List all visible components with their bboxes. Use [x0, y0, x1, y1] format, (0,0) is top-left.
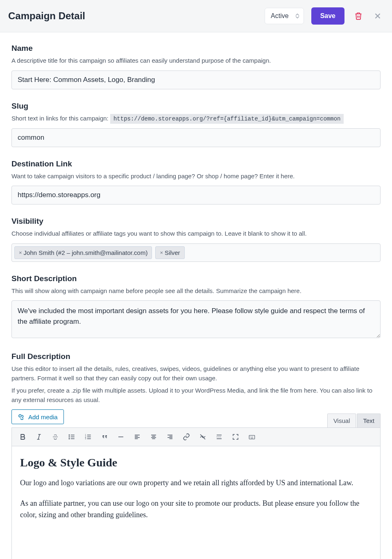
- visibility-tag: ×Silver: [155, 246, 184, 259]
- svg-point-1: [69, 435, 70, 436]
- quote-button[interactable]: [100, 432, 109, 442]
- full-desc-help2: If you prefer, create a .zip file with m…: [11, 386, 381, 404]
- svg-point-3: [69, 439, 70, 439]
- tab-text[interactable]: Text: [357, 414, 381, 427]
- close-button[interactable]: [372, 10, 384, 22]
- unlink-button[interactable]: [198, 432, 208, 442]
- destination-label: Destination Link: [11, 159, 381, 168]
- link-button[interactable]: [181, 432, 191, 442]
- destination-help: Want to take campaign visitors to a spec…: [11, 172, 381, 181]
- tag-label: John Smith (#2 – john.smith@mailinator.c…: [24, 249, 148, 256]
- status-dropdown[interactable]: Active: [265, 8, 304, 24]
- content-heading: Logo & Style Guide: [20, 456, 372, 469]
- bold-button[interactable]: [18, 432, 27, 442]
- svg-point-0: [19, 415, 21, 417]
- svg-text:3: 3: [85, 438, 86, 440]
- status-value: Active: [271, 12, 289, 20]
- destination-section: Destination Link Want to take campaign v…: [11, 159, 381, 205]
- content-area: Name A descriptive title for this campai…: [0, 32, 392, 559]
- name-help: A descriptive title for this campaign so…: [11, 56, 381, 66]
- italic-button[interactable]: [34, 432, 44, 442]
- visibility-section: Visibility Choose individual affiliates …: [11, 217, 381, 262]
- delete-button[interactable]: [353, 10, 364, 22]
- strike-button[interactable]: [50, 432, 60, 442]
- page-title: Campaign Detail: [8, 10, 265, 22]
- destination-input[interactable]: [11, 186, 381, 205]
- align-right-button[interactable]: [165, 432, 175, 442]
- full-desc-section: Full Description Use this editor to inse…: [11, 352, 381, 559]
- align-left-button[interactable]: [132, 432, 142, 442]
- editor-content[interactable]: Logo & Style Guide Our logo and logo var…: [12, 446, 380, 559]
- editor-toolbar: 123: [12, 428, 380, 446]
- visibility-tag: ×John Smith (#2 – john.smith@mailinator.…: [14, 246, 152, 259]
- slug-help: Short text in links for this campaign: h…: [11, 114, 381, 123]
- short-desc-help: This will show along with campaign name …: [11, 286, 381, 296]
- tab-visual[interactable]: Visual: [327, 414, 356, 427]
- name-label: Name: [11, 44, 381, 53]
- slug-section: Slug Short text in links for this campai…: [11, 102, 381, 147]
- trash-icon: [354, 12, 363, 20]
- name-section: Name A descriptive title for this campai…: [11, 44, 381, 89]
- short-desc-input[interactable]: We've included the most important design…: [11, 300, 381, 338]
- rich-editor: 123 Logo & Style Guide Our logo and logo…: [11, 427, 381, 559]
- tag-label: Silver: [165, 249, 180, 256]
- short-desc-section: Short Description This will show along w…: [11, 274, 381, 340]
- ul-button[interactable]: [67, 432, 77, 442]
- content-paragraph: Our logo and logo variations are our own…: [20, 477, 372, 489]
- visibility-input[interactable]: ×John Smith (#2 – john.smith@mailinator.…: [11, 243, 381, 262]
- slug-input[interactable]: [11, 128, 381, 147]
- align-center-button[interactable]: [149, 432, 159, 442]
- short-desc-label: Short Description: [11, 274, 381, 283]
- add-media-label: Add media: [28, 414, 58, 420]
- fullscreen-button[interactable]: [231, 432, 240, 442]
- chevrons-icon: [295, 14, 299, 18]
- add-media-button[interactable]: Add media: [11, 409, 64, 424]
- full-desc-help1: Use this editor to insert all the detail…: [11, 364, 381, 383]
- visibility-help: Choose individual affiliates or affiliat…: [11, 229, 381, 239]
- hr-button[interactable]: [116, 432, 126, 442]
- full-desc-label: Full Description: [11, 352, 381, 361]
- save-button[interactable]: Save: [311, 7, 344, 25]
- content-paragraph: As an affiliate partner, you can use our…: [20, 498, 372, 521]
- tag-remove-icon[interactable]: ×: [19, 250, 22, 256]
- slug-label: Slug: [11, 102, 381, 111]
- slug-help-prefix: Short text in links for this campaign:: [11, 115, 110, 122]
- readmore-button[interactable]: [214, 432, 224, 442]
- keyboard-button[interactable]: [247, 432, 257, 442]
- close-icon: [373, 11, 382, 20]
- tag-remove-icon[interactable]: ×: [160, 250, 163, 256]
- slug-help-code: https://demo.storeapps.org/?ref={affilia…: [110, 114, 344, 124]
- ol-button[interactable]: 123: [83, 432, 93, 442]
- visibility-label: Visibility: [11, 217, 381, 226]
- svg-point-2: [69, 436, 70, 437]
- editor-tabs: Visual Text: [327, 414, 381, 427]
- header-bar: Campaign Detail Active Save: [0, 0, 392, 32]
- name-input[interactable]: [11, 70, 381, 89]
- media-icon: [18, 413, 25, 420]
